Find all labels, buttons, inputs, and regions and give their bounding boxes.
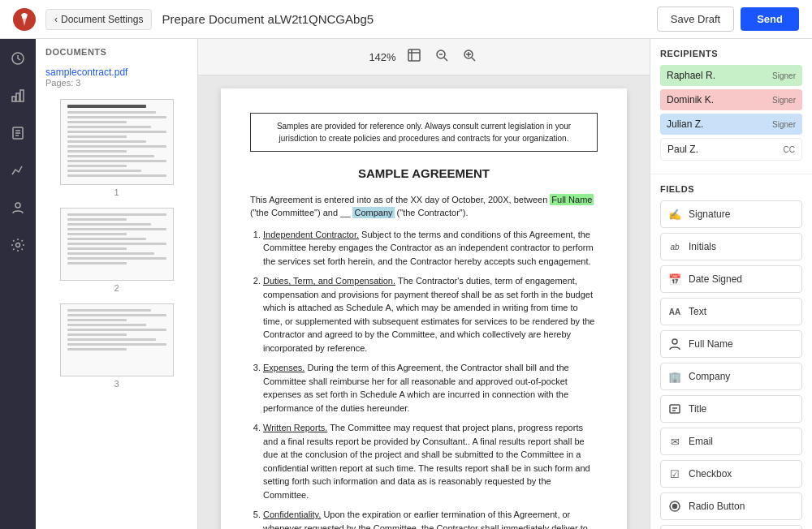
sidebar-item-graph[interactable] <box>6 159 29 182</box>
sidebar-item-activity[interactable] <box>6 47 29 70</box>
zoom-level: 142% <box>369 51 395 63</box>
thumbnail-2[interactable]: 2 <box>60 208 174 295</box>
zoom-out-button[interactable] <box>432 45 451 68</box>
committee-text: ("the Committee") and <box>250 208 338 217</box>
company-field[interactable]: Company <box>352 207 394 218</box>
clause-3: Expenses. During the term of this Agreem… <box>263 361 598 415</box>
documents-section-title: DOCUMENTS <box>36 39 197 62</box>
documents-panel: DOCUMENTS samplecontract.pdf Pages: 3 <box>36 39 198 529</box>
field-initials[interactable]: ab Initials <box>660 233 802 260</box>
svg-rect-20 <box>670 405 680 413</box>
underline-space: __ <box>340 208 352 217</box>
recipient-raphael-role: Signer <box>772 71 796 80</box>
fit-page-button[interactable] <box>404 45 424 68</box>
svg-point-19 <box>672 339 677 344</box>
radio-button-icon <box>667 499 682 514</box>
email-icon: ✉ <box>667 434 682 449</box>
document-viewer: 142% <box>198 39 650 529</box>
document-name: samplecontract.pdf <box>45 67 188 78</box>
fields-section: FIELDS ✍️ Signature ab Initials 📅 Date S… <box>650 174 812 529</box>
app-logo <box>13 8 36 31</box>
field-company-label: Company <box>689 371 730 382</box>
svg-point-24 <box>673 505 677 509</box>
recipient-paul-role: CC <box>784 145 795 154</box>
recipient-dominik[interactable]: Dominik K. Signer <box>660 89 802 110</box>
clause-1: Independent Contractor. Subject to the t… <box>263 228 598 269</box>
field-full-name-label: Full Name <box>689 338 733 350</box>
contractor-text: ("the Contractor"). <box>397 208 469 217</box>
date-signed-icon: 📅 <box>667 272 682 286</box>
title-icon <box>667 402 682 416</box>
thumbnail-3[interactable]: 3 <box>60 303 174 391</box>
document-clauses: Independent Contractor. Subject to the t… <box>263 228 598 530</box>
intro-text: This Agreement is entered into as of the… <box>250 195 547 204</box>
field-signature-label: Signature <box>689 209 730 220</box>
fields-section-title: FIELDS <box>660 184 802 194</box>
field-signature[interactable]: ✍️ Signature <box>660 200 802 228</box>
recipient-dominik-name: Dominik K. <box>667 94 714 105</box>
full-name-field[interactable]: Full Name <box>550 194 594 205</box>
text-icon: AA <box>667 304 682 319</box>
send-button[interactable]: Send <box>741 7 799 31</box>
recipient-julian[interactable]: Julian Z. Signer <box>660 114 802 135</box>
sidebar-item-settings[interactable] <box>6 234 29 256</box>
field-text[interactable]: AA Text <box>660 298 802 325</box>
company-icon: 🏢 <box>667 369 682 384</box>
recipient-dominik-role: Signer <box>772 96 796 105</box>
right-panel: RECIPIENTS Raphael R. Signer Dominik K. … <box>650 39 812 529</box>
document-thumbnails: 1 <box>36 92 197 398</box>
document-intro: This Agreement is entered into as of the… <box>250 193 598 220</box>
viewer-toolbar: 142% <box>198 39 650 75</box>
zoom-in-button[interactable] <box>460 45 479 68</box>
recipient-raphael[interactable]: Raphael R. Signer <box>660 65 802 86</box>
svg-rect-4 <box>20 90 24 101</box>
field-radio-button[interactable]: Radio Button <box>660 492 802 520</box>
document-pages: Pages: 3 <box>45 78 188 88</box>
thumbnail-label-3: 3 <box>60 376 174 391</box>
field-radio-button-label: Radio Button <box>689 501 745 512</box>
field-email[interactable]: ✉ Email <box>660 428 802 455</box>
field-checkbox-label: Checkbox <box>689 468 732 480</box>
sidebar-item-document[interactable] <box>6 122 29 144</box>
clause-4-text: The Committee may request that project p… <box>263 423 590 500</box>
sidebar-item-chart[interactable] <box>6 84 29 107</box>
clause-5-heading: Confidentiality. <box>263 510 321 519</box>
field-full-name[interactable]: Full Name <box>660 330 802 358</box>
header: ‹ Document Settings Prepare Document aLW… <box>0 0 812 39</box>
svg-rect-2 <box>12 97 15 101</box>
clause-2-heading: Duties, Term, and Compensation. <box>263 276 395 286</box>
document-title: SAMPLE AGREEMENT <box>250 165 598 183</box>
field-title-label: Title <box>689 403 706 415</box>
clause-2: Duties, Term, and Compensation. The Cont… <box>263 274 598 355</box>
recipient-paul[interactable]: Paul Z. CC <box>660 138 802 161</box>
field-email-label: Email <box>689 436 713 447</box>
field-dropdown[interactable]: Dropdown <box>660 525 802 529</box>
clause-4: Written Reports. The Committee may reque… <box>263 421 598 501</box>
checkbox-icon: ☑ <box>667 467 682 481</box>
full-name-icon <box>667 337 682 351</box>
clause-4-heading: Written Reports. <box>263 423 327 432</box>
initials-icon: ab <box>667 239 682 254</box>
recipient-julian-role: Signer <box>772 120 796 129</box>
svg-rect-11 <box>408 49 420 61</box>
back-button[interactable]: ‹ Document Settings <box>45 9 152 30</box>
field-date-signed[interactable]: 📅 Date Signed <box>660 265 802 293</box>
field-checkbox[interactable]: ☑ Checkbox <box>660 460 802 488</box>
save-draft-button[interactable]: Save Draft <box>657 6 734 32</box>
document-page: Samples are provided for reference only.… <box>221 88 627 529</box>
page-title: Prepare Document aLW2t1QNCGAbg5 <box>162 12 656 26</box>
recipient-julian-name: Julian Z. <box>667 118 703 130</box>
svg-point-10 <box>16 243 20 247</box>
document-item[interactable]: samplecontract.pdf Pages: 3 <box>36 62 197 92</box>
field-text-label: Text <box>689 306 706 317</box>
field-initials-label: Initials <box>689 241 716 252</box>
field-company[interactable]: 🏢 Company <box>660 363 802 390</box>
document-notice: Samples are provided for reference only.… <box>250 113 598 152</box>
clause-5: Confidentiality. Upon the expiration or … <box>263 508 598 529</box>
field-title[interactable]: Title <box>660 395 802 423</box>
thumbnail-1[interactable]: 1 <box>60 99 174 200</box>
sidebar-item-users[interactable] <box>6 196 29 219</box>
clause-3-text: During the term of this Agreement, the C… <box>263 363 569 413</box>
recipients-section-title: RECIPIENTS <box>660 49 802 58</box>
field-date-signed-label: Date Signed <box>689 273 742 285</box>
